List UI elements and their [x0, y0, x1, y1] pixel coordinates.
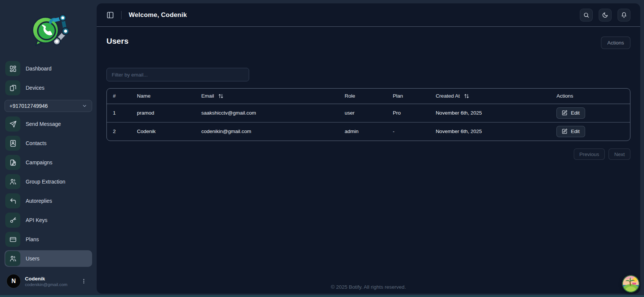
column-header-name: Name	[131, 89, 195, 104]
kebab-menu-icon[interactable]	[81, 278, 87, 284]
topbar: Welcome, Codenik	[97, 3, 640, 27]
credit-card-icon	[5, 232, 20, 247]
sidebar-nav-top: Dashboard Devices	[0, 60, 97, 96]
devices-icon	[5, 80, 20, 95]
column-header-actions: Actions	[550, 89, 630, 104]
sidebar-item-group-extraction[interactable]: Group Extraction	[5, 173, 92, 190]
cell-plan: Pro	[387, 104, 430, 122]
cell-plan: -	[387, 122, 430, 141]
reply-arrow-icon	[5, 193, 20, 208]
table-row: 2 Codenik codenikin@gmail.com admin - No…	[107, 122, 630, 141]
chevron-down-icon	[82, 103, 87, 109]
cell-num: 2	[107, 122, 131, 141]
sidebar-item-label: Send Message	[26, 121, 61, 127]
contacts-icon	[5, 136, 20, 151]
sidebar-item-label: Group Extraction	[26, 179, 65, 185]
moon-icon	[602, 12, 608, 18]
sidebar-item-label: Campaigns	[26, 159, 52, 165]
sort-icon	[464, 93, 469, 99]
notifications-button[interactable]	[618, 9, 630, 21]
cell-email: codenikin@gmail.com	[195, 122, 339, 141]
cell-created: November 6th, 2025	[430, 122, 550, 141]
sidebar: Dashboard Devices +917012749946 Send Mes…	[0, 0, 97, 297]
window-edge	[0, 295, 644, 297]
edit-button[interactable]: Edit	[556, 107, 585, 119]
app-logo	[0, 0, 97, 60]
page-content: Users Actions # Name Email	[97, 27, 640, 294]
sidebar-item-autoreplies[interactable]: Autoreplies	[5, 193, 92, 209]
phone-number-select[interactable]: +917012749946	[5, 100, 92, 112]
sidebar-item-devices[interactable]: Devices	[5, 80, 92, 96]
cell-email: saakshicctv@gmail.com	[195, 104, 339, 122]
table-row: 1 pramod saakshicctv@gmail.com user Pro …	[107, 104, 630, 122]
floating-island-badge[interactable]	[622, 275, 639, 292]
sidebar-item-label: Plans	[26, 236, 39, 242]
sidebar-item-dashboard[interactable]: Dashboard	[5, 60, 92, 77]
cell-num: 1	[107, 104, 131, 122]
avatar: N	[7, 274, 20, 288]
email-filter-input[interactable]	[106, 68, 249, 81]
group-icon	[5, 174, 20, 189]
cell-role: user	[339, 104, 387, 122]
sidebar-toggle-icon[interactable]	[106, 11, 114, 19]
users-icon	[5, 251, 20, 266]
cell-role: admin	[339, 122, 387, 141]
sidebar-item-label: Autoreplies	[26, 198, 52, 204]
dashboard-icon	[5, 61, 20, 76]
page-title: Users	[106, 37, 128, 46]
sidebar-item-api-keys[interactable]: API Keys	[5, 212, 92, 228]
previous-button[interactable]: Previous	[574, 148, 605, 160]
sidebar-item-label: Dashboard	[26, 66, 52, 72]
next-button[interactable]: Next	[609, 148, 630, 160]
column-header-created[interactable]: Created At	[430, 89, 550, 104]
sidebar-profile: N Codenik codenikin@gmail.com	[0, 269, 97, 297]
sidebar-item-label: Users	[26, 256, 40, 262]
key-icon	[5, 213, 20, 228]
cell-created: November 6th, 2025	[430, 104, 550, 122]
cell-name: pramod	[131, 104, 195, 122]
main-panel: Welcome, Codenik Users Actions	[97, 3, 640, 294]
campaigns-icon	[5, 155, 20, 170]
cell-name: Codenik	[131, 122, 195, 141]
phone-number-value: +917012749946	[9, 103, 48, 109]
theme-toggle-button[interactable]	[599, 9, 612, 21]
edit-button[interactable]: Edit	[556, 126, 585, 137]
sidebar-nav-main: Send Message Contacts Campaigns Group Ex…	[0, 116, 97, 267]
send-icon	[5, 116, 20, 132]
topbar-divider	[121, 11, 122, 19]
sidebar-item-send-message[interactable]: Send Message	[5, 116, 92, 132]
sidebar-item-label: Contacts	[26, 140, 46, 146]
actions-button[interactable]: Actions	[601, 37, 630, 49]
profile-name: Codenik	[25, 276, 68, 282]
edit-pencil-icon	[562, 129, 567, 134]
welcome-title: Welcome, Codenik	[129, 11, 187, 19]
pagination: Previous Next	[106, 148, 630, 160]
table-header-row: # Name Email Role Plan Created	[107, 89, 630, 104]
sidebar-item-label: API Keys	[26, 217, 48, 223]
sidebar-item-users[interactable]: Users	[5, 250, 92, 267]
search-icon	[583, 12, 589, 18]
column-header-email[interactable]: Email	[195, 89, 339, 104]
column-header-num: #	[107, 89, 131, 104]
profile-email: codenikin@gmail.com	[25, 282, 68, 287]
users-table: # Name Email Role Plan Created	[106, 88, 630, 141]
column-header-role: Role	[339, 89, 387, 104]
sidebar-item-contacts[interactable]: Contacts	[5, 135, 92, 152]
sidebar-item-plans[interactable]: Plans	[5, 231, 92, 248]
footer-copyright: © 2025 Botify. All rights reserved.	[106, 284, 630, 294]
sidebar-item-campaigns[interactable]: Campaigns	[5, 154, 92, 171]
sidebar-item-label: Devices	[26, 85, 45, 91]
bell-icon	[621, 12, 627, 18]
search-button[interactable]	[580, 9, 593, 21]
edit-pencil-icon	[562, 110, 567, 116]
column-header-plan: Plan	[387, 89, 430, 104]
sort-icon	[218, 93, 223, 99]
